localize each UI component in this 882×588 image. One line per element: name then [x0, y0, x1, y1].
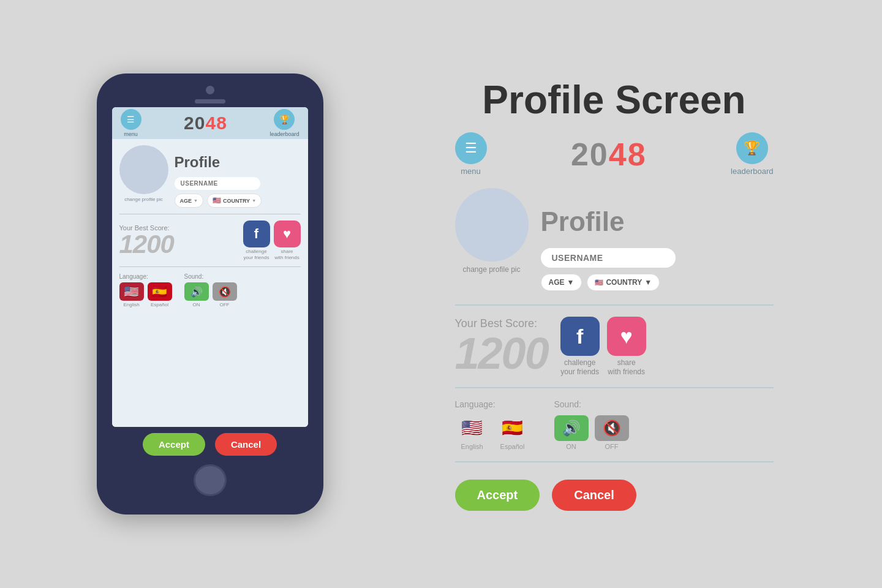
big-profile-title: Profile: [541, 206, 774, 237]
screen-body: change profile pic Profile AGE ▼ 🇺🇸: [112, 139, 308, 426]
sound-off-option[interactable]: 🔇 OFF: [213, 282, 237, 307]
cancel-button[interactable]: Cancel: [215, 433, 277, 456]
big-divider-3: [455, 461, 774, 462]
phone-speaker: [195, 99, 225, 104]
big-sound-on-btn[interactable]: 🔊: [554, 415, 589, 441]
phone-mockup: ☰ menu 2048 🏆 leaderboard change profi: [97, 74, 323, 514]
big-facebook-label: challengeyour friends: [560, 358, 599, 376]
big-share-label: sharewith friends: [608, 358, 645, 376]
big-leaderboard-icon[interactable]: 🏆: [736, 132, 768, 164]
big-best-score-label: Your Best Score:: [455, 317, 548, 330]
big-age-dropdown[interactable]: AGE ▼: [541, 274, 582, 291]
big-score-1: 20: [571, 137, 609, 172]
language-label: Language:: [119, 273, 172, 280]
best-score-section: Your Best Score: 1200 f challengeyour fr…: [119, 218, 301, 263]
big-language-group: Language: 🇺🇸 English 🇪🇸 Español: [455, 399, 530, 450]
heart-icon[interactable]: ♥: [274, 221, 301, 247]
facebook-label: challengeyour friends: [244, 249, 270, 260]
big-app-score: 2048: [571, 136, 647, 173]
accept-button[interactable]: Accept: [143, 433, 205, 456]
espanol-option[interactable]: 🇪🇸 Español: [148, 282, 172, 307]
profile-top-row: change profile pic Profile AGE ▼ 🇺🇸 COUN…: [455, 188, 774, 291]
facebook-icon[interactable]: f: [243, 221, 270, 247]
big-age-arrow: ▼: [567, 278, 575, 287]
sound-on-option[interactable]: 🔊 ON: [184, 282, 209, 307]
menu-group[interactable]: ☰ menu: [121, 109, 141, 137]
big-share-btn[interactable]: ♥ sharewith friends: [607, 317, 646, 376]
big-leaderboard-label: leaderboard: [731, 167, 773, 176]
big-menu-group[interactable]: ☰ menu: [455, 132, 487, 176]
sound-on-label: ON: [193, 302, 200, 307]
big-menu-label: menu: [461, 167, 481, 176]
age-arrow: ▼: [194, 198, 198, 203]
espanol-label: Español: [151, 302, 168, 307]
score-part2: 48: [205, 113, 227, 133]
country-dropdown[interactable]: 🇺🇸 COUNTRY ▼: [207, 194, 262, 208]
profile-title: Profile: [175, 154, 301, 171]
big-espanol-label: Español: [500, 443, 525, 450]
big-language-label: Language:: [455, 399, 530, 409]
big-username-input[interactable]: [541, 248, 676, 268]
espanol-flag[interactable]: 🇪🇸: [148, 282, 172, 301]
big-divider-2: [455, 387, 774, 388]
score-part1: 20: [184, 113, 205, 133]
english-option[interactable]: 🇺🇸 English: [119, 282, 144, 307]
leaderboard-icon[interactable]: 🏆: [274, 109, 295, 130]
english-flag[interactable]: 🇺🇸: [119, 282, 144, 301]
big-country-dropdown[interactable]: 🇺🇸 COUNTRY ▼: [587, 274, 660, 291]
menu-icon[interactable]: ☰: [121, 109, 141, 130]
country-arrow: ▼: [252, 198, 256, 203]
big-facebook-btn[interactable]: f challengeyour friends: [560, 317, 600, 376]
sound-on-btn[interactable]: 🔊: [184, 282, 209, 301]
menu-label: menu: [124, 131, 138, 137]
change-pic-label[interactable]: change profile pic: [124, 197, 163, 202]
phone-home-button[interactable]: [194, 464, 227, 496]
sound-off-btn[interactable]: 🔇: [213, 282, 237, 301]
big-sound-off-btn[interactable]: 🔇: [595, 415, 629, 441]
profile-section: change profile pic Profile AGE ▼ 🇺🇸: [119, 145, 301, 208]
age-dropdown[interactable]: AGE ▼: [175, 194, 203, 208]
big-sound-on-option[interactable]: 🔊 ON: [554, 415, 589, 450]
big-cancel-button[interactable]: Cancel: [552, 480, 636, 511]
big-english-flag[interactable]: 🇺🇸: [455, 415, 489, 441]
share-btn[interactable]: ♥ sharewith friends: [274, 221, 301, 260]
sound-group: Sound: 🔊 ON 🔇 OFF: [184, 273, 237, 307]
big-espanol-flag[interactable]: 🇪🇸: [496, 415, 530, 441]
sound-options: 🔊 ON 🔇 OFF: [184, 282, 237, 307]
big-avatar-area: change profile pic: [455, 188, 529, 274]
big-heart-icon[interactable]: ♥: [607, 317, 646, 356]
big-country-label: COUNTRY: [606, 278, 642, 287]
big-score-2: 48: [609, 137, 647, 172]
username-input[interactable]: [175, 177, 260, 190]
country-label: COUNTRY: [223, 198, 250, 204]
big-espanol-option[interactable]: 🇪🇸 Español: [496, 415, 530, 450]
big-country-flag: 🇺🇸: [595, 279, 603, 287]
divider-2: [119, 266, 301, 267]
big-lang-sound-section: Language: 🇺🇸 English 🇪🇸 Español Sound:: [455, 396, 774, 454]
big-score-area: Your Best Score: 1200: [455, 317, 548, 375]
big-sound-off-label: OFF: [605, 443, 619, 450]
big-change-label[interactable]: change profile pic: [462, 265, 520, 274]
big-score-number: 1200: [455, 331, 548, 375]
big-facebook-icon[interactable]: f: [560, 317, 600, 356]
big-english-option[interactable]: 🇺🇸 English: [455, 415, 489, 450]
leaderboard-label: leaderboard: [270, 131, 299, 137]
right-panel: Profile Screen ☰ menu 2048 🏆 leaderboard…: [443, 71, 786, 517]
language-group: Language: 🇺🇸 English 🇪🇸 Español: [119, 273, 172, 307]
big-sound-group: Sound: 🔊 ON 🔇 OFF: [554, 399, 629, 450]
big-divider-1: [455, 304, 774, 306]
big-accept-button[interactable]: Accept: [455, 480, 540, 511]
country-flag: 🇺🇸: [213, 197, 221, 205]
phone-camera: [206, 86, 214, 94]
phone-screen: ☰ menu 2048 🏆 leaderboard change profi: [112, 107, 308, 426]
facebook-btn[interactable]: f challengeyour friends: [243, 221, 270, 260]
share-label: sharewith friends: [274, 249, 299, 260]
sound-off-label: OFF: [220, 302, 230, 307]
app-score: 2048: [184, 113, 227, 134]
leaderboard-group[interactable]: 🏆 leaderboard: [270, 109, 299, 137]
big-leaderboard-group[interactable]: 🏆 leaderboard: [731, 132, 773, 176]
app-header-row: ☰ menu 2048 🏆 leaderboard: [455, 132, 774, 176]
big-sound-off-option[interactable]: 🔇 OFF: [595, 415, 629, 450]
big-menu-icon[interactable]: ☰: [455, 132, 487, 164]
english-label: English: [123, 302, 139, 307]
